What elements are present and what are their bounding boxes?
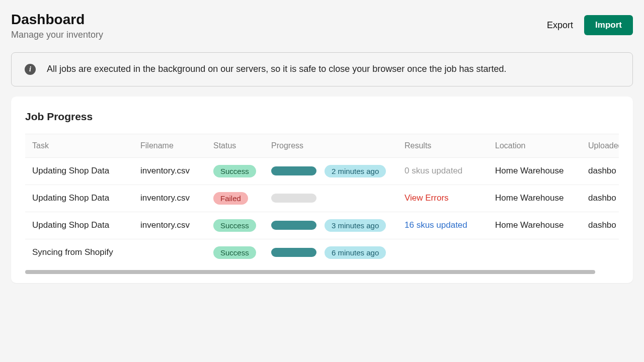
info-banner: i All jobs are executed in the backgroun… — [11, 52, 633, 86]
cell-uploaded: dashbo — [581, 157, 619, 185]
col-progress: Progress — [264, 134, 397, 157]
cell-location: Home Warehouse — [488, 212, 581, 239]
info-icon: i — [25, 64, 36, 75]
info-message: All jobs are executed in the background … — [47, 64, 507, 74]
cell-task: Syncing from Shopify — [25, 239, 133, 266]
time-badge: 3 minutes ago — [325, 219, 386, 232]
time-badge: 6 minutes ago — [325, 246, 386, 259]
cell-location — [488, 239, 581, 266]
cell-results — [397, 239, 488, 266]
col-location: Location — [488, 134, 581, 157]
col-results: Results — [397, 134, 488, 157]
page-header: Dashboard Manage your inventory Export I… — [11, 12, 633, 40]
results-text: 0 skus updated — [405, 166, 462, 175]
results-link[interactable]: 16 skus updated — [405, 220, 467, 230]
cell-progress — [264, 185, 397, 212]
cell-task: Updating Shop Data — [25, 212, 133, 239]
table-header-row: Task Filename Status Progress Results Lo… — [25, 134, 619, 157]
col-filename: Filename — [133, 134, 206, 157]
col-task: Task — [25, 134, 133, 157]
job-progress-card: Job Progress Task Filename Status Progre… — [11, 97, 633, 283]
table-row: Updating Shop Datainventory.csvSuccess2 … — [25, 157, 619, 185]
progress-bar — [271, 194, 316, 203]
cell-results[interactable]: View Errors — [397, 185, 488, 212]
cell-filename: inventory.csv — [133, 185, 206, 212]
col-uploaded: Uploaded — [581, 134, 619, 157]
col-status: Status — [206, 134, 264, 157]
cell-status: Success — [206, 212, 264, 239]
page-title: Dashboard — [11, 12, 103, 28]
export-button[interactable]: Export — [547, 20, 573, 31]
cell-filename — [133, 239, 206, 266]
cell-filename: inventory.csv — [133, 212, 206, 239]
progress-bar — [271, 221, 316, 230]
import-button[interactable]: Import — [584, 15, 633, 35]
cell-progress: 6 minutes ago — [264, 239, 397, 266]
job-table: Task Filename Status Progress Results Lo… — [25, 134, 619, 266]
table-row: Updating Shop Datainventory.csvFailedVie… — [25, 185, 619, 212]
results-link[interactable]: View Errors — [405, 193, 449, 203]
status-badge: Failed — [213, 192, 248, 205]
status-badge: Success — [213, 165, 256, 177]
cell-location: Home Warehouse — [488, 157, 581, 185]
cell-progress: 3 minutes ago — [264, 212, 397, 239]
time-badge: 2 minutes ago — [325, 165, 386, 177]
progress-bar — [271, 248, 316, 257]
cell-uploaded — [581, 239, 619, 266]
cell-uploaded: dashbo — [581, 185, 619, 212]
status-badge: Success — [213, 246, 256, 259]
page-subtitle: Manage your inventory — [11, 30, 103, 40]
cell-results[interactable]: 16 skus updated — [397, 212, 488, 239]
cell-status: Success — [206, 157, 264, 185]
table-row: Updating Shop Datainventory.csvSuccess3 … — [25, 212, 619, 239]
horizontal-scrollbar[interactable] — [25, 270, 595, 274]
cell-progress: 2 minutes ago — [264, 157, 397, 185]
table-row: Syncing from ShopifySuccess6 minutes ago — [25, 239, 619, 266]
progress-bar — [271, 166, 316, 175]
job-progress-title: Job Progress — [25, 111, 619, 123]
cell-filename: inventory.csv — [133, 157, 206, 185]
header-actions: Export Import — [547, 15, 633, 35]
status-badge: Success — [213, 219, 256, 232]
title-block: Dashboard Manage your inventory — [11, 12, 103, 40]
job-table-wrap[interactable]: Task Filename Status Progress Results Lo… — [25, 134, 619, 274]
cell-results: 0 skus updated — [397, 157, 488, 185]
cell-task: Updating Shop Data — [25, 157, 133, 185]
cell-uploaded: dashbo — [581, 212, 619, 239]
cell-task: Updating Shop Data — [25, 185, 133, 212]
cell-location: Home Warehouse — [488, 185, 581, 212]
cell-status: Success — [206, 239, 264, 266]
cell-status: Failed — [206, 185, 264, 212]
